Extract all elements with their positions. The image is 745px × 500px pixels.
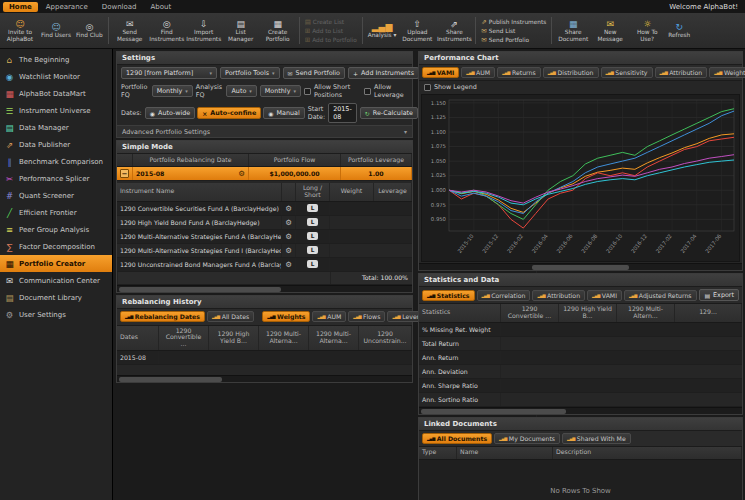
sidebar-item-instrument-universe[interactable]: ☰Instrument Universe [0, 102, 112, 119]
history-tab-weights[interactable]: ▂▄▆Weights [262, 311, 310, 322]
long-short-value[interactable]: L [307, 204, 319, 212]
sidebar-item-data-publisher[interactable]: ⇗Data Publisher [0, 136, 112, 153]
sidebar-item-the-beginning[interactable]: ⌂The Beginning [0, 51, 112, 68]
dates-mode-auto-confine-button[interactable]: ×Auto-confine [197, 107, 261, 119]
allow-leverage-checkbox[interactable] [364, 88, 371, 95]
history-tab-rebalancing-dates[interactable]: ▂▄▆Rebalancing Dates [120, 311, 205, 322]
analysis-button[interactable]: ▂▄▆Analysis ▾ [366, 21, 399, 40]
column-header[interactable]: 1290 Multi-Alterna... [259, 326, 309, 350]
column-header[interactable]: 1290 Multi-Altern... [617, 304, 675, 322]
instrument-row[interactable]: 1290 Unconstrained Bond Managers Fund A … [117, 258, 412, 272]
column-header[interactable]: Instrument Name [117, 183, 282, 201]
column-header[interactable]: Long / Short [296, 183, 330, 201]
sidebar-item-performance-splicer[interactable]: ✂Performance Splicer [0, 170, 112, 187]
sidebar-item-user-settings[interactable]: ⚙User Settings [0, 306, 112, 323]
gear-icon[interactable]: ⚙ [285, 204, 292, 213]
scrollbar-thumb[interactable] [119, 287, 281, 292]
sidebar-item-data-manager[interactable]: ▤Data Manager [0, 119, 112, 136]
scrollbar-thumb[interactable] [532, 265, 629, 270]
sidebar-item-watchlist-monitor[interactable]: ◉Watchlist Monitor [0, 68, 112, 85]
column-header[interactable]: Description [553, 447, 742, 459]
create-portfolio-button[interactable]: ▦Create Portfolio [260, 18, 296, 43]
sidebar-item-alphabot-datamart[interactable]: ▦AlphaBot DataMart [0, 85, 112, 102]
portfolio-tools-select[interactable]: Portfolio Tools ▾ [220, 67, 280, 79]
column-header[interactable]: Portfolio Rebalancing Date [133, 154, 249, 166]
documents-tab-all-documents[interactable]: ▂▄▆All Documents [422, 433, 492, 444]
long-short-value[interactable]: L [307, 218, 319, 226]
stats-tab-vami[interactable]: ▂▄▆VAMI [587, 290, 622, 301]
column-header[interactable]: Name [457, 447, 553, 459]
menu-item-home[interactable]: Home [3, 2, 38, 12]
recalculate-button[interactable]: ↻ Re-Calculate [360, 107, 418, 119]
chart-tab-vami[interactable]: ▂▄▆VAMI [422, 67, 459, 78]
column-header[interactable]: Statistics [419, 304, 501, 322]
column-header[interactable]: 1290 Convertible ... [159, 326, 209, 350]
menu-item-appearance[interactable]: Appearance [40, 2, 94, 12]
analysis-fq-monthly-select[interactable]: Monthly ▾ [260, 85, 301, 97]
column-header[interactable]: 129... [675, 304, 742, 322]
gear-icon[interactable]: ⚙ [285, 232, 292, 241]
menu-item-about[interactable]: About [145, 2, 178, 12]
portfolio-select[interactable]: 1290 [from Platform] ▾ [121, 67, 217, 79]
upload-document-button[interactable]: ⇧Upload Document [399, 18, 435, 43]
send-portfolio-button[interactable]: ✉Send Portfolio [479, 36, 548, 44]
column-header[interactable]: Weight [330, 183, 374, 201]
history-row[interactable]: 2015-0820.00%20.00%20.00%20.00%20.00% [117, 351, 412, 365]
invite-to-alphabot-button[interactable]: ☺Invite to AlphaBot [2, 18, 38, 43]
stats-tab-correlation[interactable]: ▂▄▆Correlation [477, 290, 531, 301]
chart-tab-aum[interactable]: ▂▄▆AUM [461, 67, 495, 78]
remove-rebalance-button[interactable]: − [120, 169, 129, 178]
long-short-value[interactable]: L [307, 232, 319, 240]
find-instruments-button[interactable]: ◎Find Instruments [149, 18, 185, 43]
column-header[interactable]: Dates [117, 326, 159, 350]
gear-icon[interactable]: ⚙ [238, 169, 245, 178]
scrollbar-thumb[interactable] [119, 377, 222, 382]
stats-tab-adjusted-returns[interactable]: ▂▄▆Adjusted Returns [624, 290, 697, 301]
documents-tab-my-documents[interactable]: ▂▄▆My Documents [494, 433, 560, 444]
horizontal-scrollbar[interactable] [419, 263, 742, 270]
send-list-button[interactable]: ✉Send List [479, 27, 548, 35]
instrument-row[interactable]: 1290 Multi-Alternative Strategies Fund I… [117, 244, 412, 258]
documents-tab-shared-with-me[interactable]: ▂▄▆Shared With Me [562, 433, 631, 444]
history-tab-aum[interactable]: ▂▄▆AUM [312, 311, 346, 322]
advanced-portfolio-settings-toggle[interactable]: Advanced Portfolio Settings ▾ [117, 125, 412, 137]
sidebar-item-peer-group-analysis[interactable]: ≡Peer Group Analysis [0, 221, 112, 238]
share-instruments-button[interactable]: ⇗Share Instruments [436, 18, 472, 43]
chart-tab-attribution[interactable]: ▂▄▆Attribution [655, 67, 708, 78]
column-header[interactable]: Portfolio Flow [249, 154, 341, 166]
column-header[interactable]: 1290 Convertible ... [501, 304, 559, 322]
chart-tab-sensitivity[interactable]: ▂▄▆Sensitivity [601, 67, 653, 78]
dates-mode-auto-wide-button[interactable]: ◉Auto-wide [145, 107, 196, 119]
stats-tab-attribution[interactable]: ▂▄▆Attribution [532, 290, 585, 301]
gear-icon[interactable]: ⚙ [285, 246, 292, 255]
publish-instruments-button[interactable]: ⇗Publish Instruments [479, 18, 548, 26]
analysis-fq-select[interactable]: Auto ▾ [226, 85, 256, 97]
column-header[interactable]: Leverage [374, 183, 412, 201]
new-message-button[interactable]: ✉New Message [592, 18, 628, 43]
stats-tab-statistics[interactable]: ▂▄▆Statistics [422, 290, 475, 301]
send-message-button[interactable]: ✉Send Message [112, 18, 148, 43]
share-document-button[interactable]: ▦Share Document [555, 18, 591, 43]
long-short-value[interactable]: L [307, 260, 319, 268]
instrument-row[interactable]: 1290 High Yield Bond Fund A (BarclayHedg… [117, 216, 412, 230]
instrument-row[interactable]: 1290 Convertible Securities Fund A (Barc… [117, 202, 412, 216]
horizontal-scrollbar[interactable] [117, 375, 412, 382]
import-instruments-button[interactable]: ⇩Import Instruments [186, 18, 222, 43]
sidebar-item-document-library[interactable]: ▤Document Library [0, 289, 112, 306]
how-to-use-button[interactable]: ☼How To Use? [629, 18, 665, 43]
find-users-button[interactable]: ☺Find Users [39, 21, 73, 40]
find-club-button[interactable]: ◎Find Club [74, 21, 105, 40]
refresh-button[interactable]: ↻Refresh [666, 21, 692, 40]
start-date-input[interactable]: 2015-08 [328, 103, 357, 123]
column-header[interactable]: 1290 High Yield B... [209, 326, 259, 350]
horizontal-scrollbar[interactable] [419, 407, 742, 414]
long-short-value[interactable]: L [307, 246, 319, 254]
add-instruments-button[interactable]: + Add Instruments [348, 67, 419, 79]
chart-tab-returns[interactable]: ▂▄▆Returns [497, 67, 541, 78]
gear-icon[interactable]: ⚙ [285, 260, 292, 269]
column-header[interactable]: 1290 Unconstrain... [359, 326, 412, 350]
dates-mode-manual-button[interactable]: ◉Manual [263, 107, 304, 119]
send-portfolio-button[interactable]: ✉ Send Portfolio [283, 67, 345, 79]
sidebar-item-factor-decomposition[interactable]: ∑Factor Decomposition [0, 238, 112, 255]
sidebar-item-efficient-frontier[interactable]: ╱Efficient Frontier [0, 204, 112, 221]
